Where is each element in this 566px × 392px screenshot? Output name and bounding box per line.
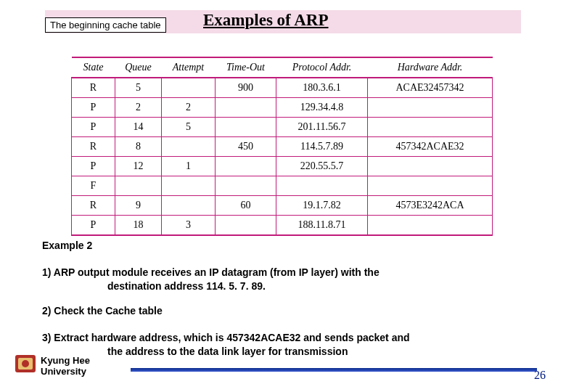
subtitle-box: The beginning cache table bbox=[45, 17, 166, 33]
cell-queue: 18 bbox=[115, 216, 162, 236]
cell-attempt: 2 bbox=[162, 98, 216, 118]
cell-proto: 19.1.7.82 bbox=[276, 196, 368, 216]
university-name: Kyung Hee University bbox=[41, 356, 90, 377]
table-row: P 2 2 129.34.4.8 bbox=[72, 98, 493, 118]
cell-proto: 180.3.6.1 bbox=[276, 78, 368, 98]
table-row: P 18 3 188.11.8.71 bbox=[72, 216, 493, 236]
cell-attempt bbox=[162, 137, 216, 157]
cell-state: P bbox=[72, 118, 115, 137]
table-row: P 14 5 201.11.56.7 bbox=[72, 118, 493, 137]
cell-timeout bbox=[216, 157, 276, 176]
example-label: Example 2 bbox=[42, 240, 92, 251]
cell-hw bbox=[368, 216, 493, 236]
table-row: F bbox=[72, 176, 493, 196]
cache-table: State Queue Attempt Time-Out Protocol Ad… bbox=[71, 57, 493, 236]
table-row: P 12 1 220.55.5.7 bbox=[72, 157, 493, 176]
cell-queue: 2 bbox=[115, 98, 162, 118]
col-hw: Hardware Addr. bbox=[368, 57, 493, 78]
cell-hw: 457342ACAE32 bbox=[368, 137, 493, 157]
cell-state: F bbox=[72, 176, 115, 196]
cell-attempt: 1 bbox=[162, 157, 216, 176]
col-timeout: Time-Out bbox=[216, 57, 276, 78]
cell-hw bbox=[368, 176, 493, 196]
col-state: State bbox=[72, 57, 115, 78]
cell-state: R bbox=[72, 196, 115, 216]
table-row: R 8 450 114.5.7.89 457342ACAE32 bbox=[72, 137, 493, 157]
cell-proto: 188.11.8.71 bbox=[276, 216, 368, 236]
page-number: 26 bbox=[534, 369, 546, 382]
cell-queue: 12 bbox=[115, 157, 162, 176]
svg-point-2 bbox=[22, 360, 29, 367]
col-proto: Protocol Addr. bbox=[276, 57, 368, 78]
cell-attempt bbox=[162, 176, 216, 196]
point-1-line1: 1) ARP output module receives an IP data… bbox=[42, 266, 380, 278]
table-row: R 5 900 180.3.6.1 ACAE32457342 bbox=[72, 78, 493, 98]
slide-title: Examples of ARP bbox=[203, 11, 329, 30]
footer-divider bbox=[131, 368, 537, 372]
cell-queue bbox=[115, 176, 162, 196]
point-3-line1: 3) Extract hardware address, which is 45… bbox=[42, 332, 410, 343]
cell-state: P bbox=[72, 98, 115, 118]
cell-hw: 4573E3242ACA bbox=[368, 196, 493, 216]
cell-state: R bbox=[72, 78, 115, 98]
cell-proto: 114.5.7.89 bbox=[276, 137, 368, 157]
cell-state: P bbox=[72, 216, 115, 236]
cell-timeout bbox=[216, 176, 276, 196]
cell-timeout bbox=[216, 118, 276, 137]
cell-queue: 8 bbox=[115, 137, 162, 157]
cell-queue: 5 bbox=[115, 78, 162, 98]
university-name-line2: University bbox=[41, 366, 86, 377]
cell-attempt: 5 bbox=[162, 118, 216, 137]
table-row: R 9 60 19.1.7.82 4573E3242ACA bbox=[72, 196, 493, 216]
cell-timeout: 450 bbox=[216, 137, 276, 157]
cell-hw: ACAE32457342 bbox=[368, 78, 493, 98]
cell-proto: 220.55.5.7 bbox=[276, 157, 368, 176]
cell-state: R bbox=[72, 137, 115, 157]
university-name-line1: Kyung Hee bbox=[41, 355, 90, 366]
col-attempt: Attempt bbox=[162, 57, 216, 78]
cell-hw bbox=[368, 157, 493, 176]
cell-proto bbox=[276, 176, 368, 196]
cell-timeout bbox=[216, 216, 276, 236]
point-2: 2) Check the Cache table bbox=[42, 305, 163, 317]
cell-proto: 129.34.4.8 bbox=[276, 98, 368, 118]
table-header-row: State Queue Attempt Time-Out Protocol Ad… bbox=[72, 57, 493, 78]
point-3: 3) Extract hardware address, which is 45… bbox=[42, 331, 537, 359]
cell-attempt: 3 bbox=[162, 216, 216, 236]
cell-queue: 14 bbox=[115, 118, 162, 137]
cell-state: P bbox=[72, 157, 115, 176]
col-queue: Queue bbox=[115, 57, 162, 78]
cell-queue: 9 bbox=[115, 196, 162, 216]
cell-attempt bbox=[162, 78, 216, 98]
cell-hw bbox=[368, 98, 493, 118]
cell-attempt bbox=[162, 196, 216, 216]
cell-proto: 201.11.56.7 bbox=[276, 118, 368, 137]
point-1: 1) ARP output module receives an IP data… bbox=[42, 266, 537, 293]
cell-hw bbox=[368, 118, 493, 137]
university-logo-icon bbox=[15, 354, 36, 373]
cell-timeout: 60 bbox=[216, 196, 276, 216]
point-3-line2: the address to the data link layer for t… bbox=[107, 345, 537, 359]
point-1-line2: destination address 114. 5. 7. 89. bbox=[107, 279, 537, 293]
cell-timeout bbox=[216, 98, 276, 118]
cell-timeout: 900 bbox=[216, 78, 276, 98]
